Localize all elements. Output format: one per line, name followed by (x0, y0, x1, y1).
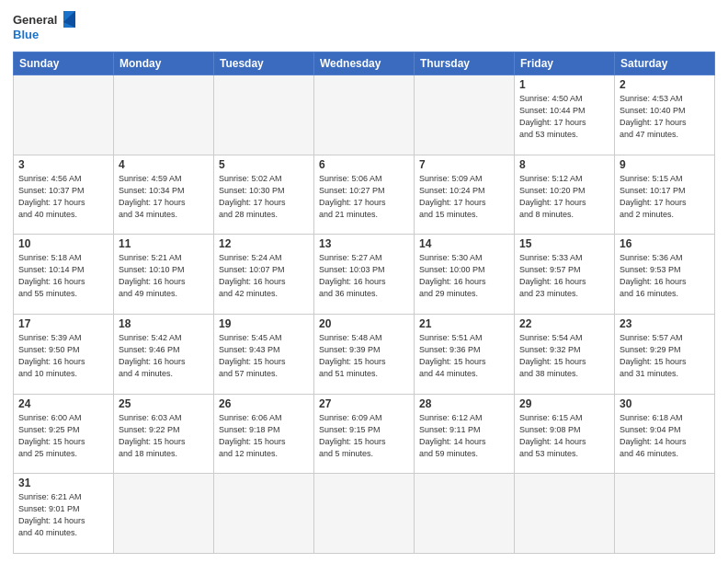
day-info: Sunrise: 6:18 AM Sunset: 9:04 PM Dayligh… (620, 412, 710, 460)
calendar-week-2: 10Sunrise: 5:18 AM Sunset: 10:14 PM Dayl… (14, 235, 715, 315)
calendar-cell: 17Sunrise: 5:39 AM Sunset: 9:50 PM Dayli… (14, 314, 114, 394)
calendar-cell (14, 75, 114, 155)
day-info: Sunrise: 5:30 AM Sunset: 10:00 PM Daylig… (419, 252, 509, 300)
day-info: Sunrise: 4:56 AM Sunset: 10:37 PM Daylig… (18, 173, 108, 221)
day-info: Sunrise: 6:06 AM Sunset: 9:18 PM Dayligh… (219, 412, 309, 460)
calendar-cell: 3Sunrise: 4:56 AM Sunset: 10:37 PM Dayli… (14, 155, 114, 235)
day-info: Sunrise: 5:42 AM Sunset: 9:46 PM Dayligh… (119, 332, 209, 380)
day-number: 5 (219, 158, 309, 171)
day-number: 3 (18, 158, 108, 171)
calendar-cell: 4Sunrise: 4:59 AM Sunset: 10:34 PM Dayli… (114, 155, 214, 235)
calendar-cell: 19Sunrise: 5:45 AM Sunset: 9:43 PM Dayli… (214, 314, 314, 394)
day-number: 24 (18, 397, 108, 410)
day-info: Sunrise: 5:12 AM Sunset: 10:20 PM Daylig… (519, 173, 609, 221)
day-info: Sunrise: 5:51 AM Sunset: 9:36 PM Dayligh… (419, 332, 509, 380)
day-info: Sunrise: 5:54 AM Sunset: 9:32 PM Dayligh… (519, 332, 609, 380)
calendar-cell (214, 474, 314, 554)
day-info: Sunrise: 6:09 AM Sunset: 9:15 PM Dayligh… (319, 412, 409, 460)
calendar-cell: 13Sunrise: 5:27 AM Sunset: 10:03 PM Dayl… (314, 235, 415, 315)
day-info: Sunrise: 6:12 AM Sunset: 9:11 PM Dayligh… (419, 412, 509, 460)
calendar-cell: 12Sunrise: 5:24 AM Sunset: 10:07 PM Dayl… (214, 235, 314, 315)
day-number: 27 (319, 397, 409, 410)
day-number: 16 (620, 237, 710, 250)
calendar-week-1: 3Sunrise: 4:56 AM Sunset: 10:37 PM Dayli… (14, 155, 715, 235)
day-info: Sunrise: 6:03 AM Sunset: 9:22 PM Dayligh… (119, 412, 209, 460)
day-number: 15 (519, 237, 609, 250)
day-info: Sunrise: 6:00 AM Sunset: 9:25 PM Dayligh… (18, 412, 108, 460)
weekday-header-saturday: Saturday (615, 52, 715, 75)
day-info: Sunrise: 5:02 AM Sunset: 10:30 PM Daylig… (219, 173, 309, 221)
day-number: 28 (419, 397, 509, 410)
calendar-cell (415, 474, 515, 554)
generalblue-logo-icon: General Blue (13, 9, 79, 46)
day-number: 11 (119, 237, 209, 250)
day-number: 17 (18, 317, 108, 330)
day-number: 31 (18, 477, 108, 489)
day-number: 12 (219, 237, 309, 250)
calendar-cell: 21Sunrise: 5:51 AM Sunset: 9:36 PM Dayli… (415, 314, 515, 394)
calendar-cell: 5Sunrise: 5:02 AM Sunset: 10:30 PM Dayli… (214, 155, 314, 235)
day-number: 25 (119, 397, 209, 410)
header: General Blue (13, 9, 715, 46)
day-number: 19 (219, 317, 309, 330)
calendar-cell: 23Sunrise: 5:57 AM Sunset: 9:29 PM Dayli… (615, 314, 715, 394)
calendar-cell: 31Sunrise: 6:21 AM Sunset: 9:01 PM Dayli… (14, 474, 114, 554)
day-number: 14 (419, 237, 509, 250)
weekday-header-friday: Friday (515, 52, 615, 75)
day-info: Sunrise: 4:53 AM Sunset: 10:40 PM Daylig… (620, 93, 710, 141)
calendar-week-0: 1Sunrise: 4:50 AM Sunset: 10:44 PM Dayli… (14, 75, 715, 155)
weekday-header-monday: Monday (114, 52, 214, 75)
day-number: 21 (419, 317, 509, 330)
calendar-cell (415, 75, 515, 155)
day-number: 6 (319, 158, 409, 171)
day-info: Sunrise: 5:45 AM Sunset: 9:43 PM Dayligh… (219, 332, 309, 380)
calendar-cell: 7Sunrise: 5:09 AM Sunset: 10:24 PM Dayli… (415, 155, 515, 235)
calendar-cell (515, 474, 615, 554)
calendar-cell: 25Sunrise: 6:03 AM Sunset: 9:22 PM Dayli… (114, 394, 214, 474)
calendar-cell: 18Sunrise: 5:42 AM Sunset: 9:46 PM Dayli… (114, 314, 214, 394)
calendar-cell: 29Sunrise: 6:15 AM Sunset: 9:08 PM Dayli… (515, 394, 615, 474)
day-info: Sunrise: 5:36 AM Sunset: 9:53 PM Dayligh… (620, 252, 710, 300)
day-info: Sunrise: 5:06 AM Sunset: 10:27 PM Daylig… (319, 173, 409, 221)
calendar-cell: 1Sunrise: 4:50 AM Sunset: 10:44 PM Dayli… (515, 75, 615, 155)
calendar-cell: 26Sunrise: 6:06 AM Sunset: 9:18 PM Dayli… (214, 394, 314, 474)
calendar-cell (615, 474, 715, 554)
calendar-table: SundayMondayTuesdayWednesdayThursdayFrid… (13, 52, 715, 554)
day-info: Sunrise: 4:50 AM Sunset: 10:44 PM Daylig… (519, 93, 609, 141)
calendar-cell: 6Sunrise: 5:06 AM Sunset: 10:27 PM Dayli… (314, 155, 415, 235)
calendar-cell (314, 75, 415, 155)
day-number: 10 (18, 237, 108, 250)
day-info: Sunrise: 4:59 AM Sunset: 10:34 PM Daylig… (119, 173, 209, 221)
logo: General Blue (13, 9, 79, 46)
day-number: 30 (620, 397, 710, 410)
day-info: Sunrise: 5:27 AM Sunset: 10:03 PM Daylig… (319, 252, 409, 300)
day-info: Sunrise: 6:15 AM Sunset: 9:08 PM Dayligh… (519, 412, 609, 460)
weekday-header-row: SundayMondayTuesdayWednesdayThursdayFrid… (14, 52, 715, 75)
calendar-cell: 15Sunrise: 5:33 AM Sunset: 9:57 PM Dayli… (515, 235, 615, 315)
calendar-cell: 10Sunrise: 5:18 AM Sunset: 10:14 PM Dayl… (14, 235, 114, 315)
weekday-header-thursday: Thursday (415, 52, 515, 75)
weekday-header-tuesday: Tuesday (214, 52, 314, 75)
day-number: 26 (219, 397, 309, 410)
calendar-week-4: 24Sunrise: 6:00 AM Sunset: 9:25 PM Dayli… (14, 394, 715, 474)
weekday-header-wednesday: Wednesday (314, 52, 415, 75)
day-info: Sunrise: 5:33 AM Sunset: 9:57 PM Dayligh… (519, 252, 609, 300)
day-info: Sunrise: 6:21 AM Sunset: 9:01 PM Dayligh… (18, 491, 108, 539)
day-number: 8 (519, 158, 609, 171)
calendar-cell: 8Sunrise: 5:12 AM Sunset: 10:20 PM Dayli… (515, 155, 615, 235)
day-number: 1 (519, 78, 609, 91)
calendar-cell: 2Sunrise: 4:53 AM Sunset: 10:40 PM Dayli… (615, 75, 715, 155)
calendar-cell: 20Sunrise: 5:48 AM Sunset: 9:39 PM Dayli… (314, 314, 415, 394)
page: General Blue SundayMondayTuesdayWednesda… (0, 0, 728, 563)
day-info: Sunrise: 5:09 AM Sunset: 10:24 PM Daylig… (419, 173, 509, 221)
weekday-header-sunday: Sunday (14, 52, 114, 75)
calendar-cell: 30Sunrise: 6:18 AM Sunset: 9:04 PM Dayli… (615, 394, 715, 474)
svg-text:Blue: Blue (13, 28, 39, 41)
calendar-cell: 22Sunrise: 5:54 AM Sunset: 9:32 PM Dayli… (515, 314, 615, 394)
day-number: 20 (319, 317, 409, 330)
day-number: 22 (519, 317, 609, 330)
day-number: 4 (119, 158, 209, 171)
day-info: Sunrise: 5:18 AM Sunset: 10:14 PM Daylig… (18, 252, 108, 300)
calendar-cell: 14Sunrise: 5:30 AM Sunset: 10:00 PM Dayl… (415, 235, 515, 315)
calendar-cell: 11Sunrise: 5:21 AM Sunset: 10:10 PM Dayl… (114, 235, 214, 315)
